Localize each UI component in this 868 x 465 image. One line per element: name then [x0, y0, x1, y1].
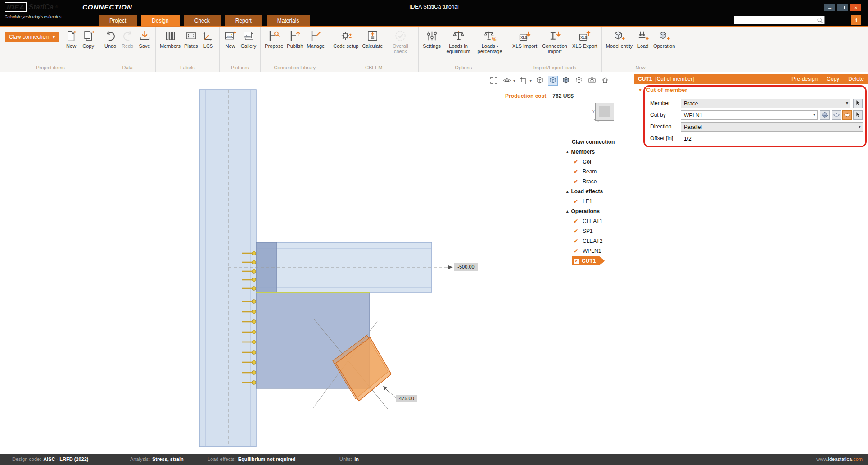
check-icon[interactable]: ✔	[574, 218, 579, 224]
tree-item-cut1-selected[interactable]: ✔ CUT1	[562, 256, 633, 266]
new-picture-button[interactable]: New	[222, 28, 239, 49]
model-canvas[interactable]: -500.00 475.00 ▾ ▾ Production cost-762 U…	[0, 73, 633, 454]
bolt[interactable]	[252, 310, 256, 314]
maximize-button[interactable]	[837, 4, 848, 11]
offset-input[interactable]	[681, 134, 863, 143]
tab-project[interactable]: Project	[99, 15, 137, 26]
bolt[interactable]	[252, 278, 256, 282]
operation-button[interactable]: Operation	[652, 28, 676, 49]
xls-import-button[interactable]: XLS XLS Import	[511, 28, 538, 49]
bolt[interactable]	[252, 371, 256, 374]
transparent-view-button[interactable]	[574, 76, 584, 86]
tree-item-cleat1[interactable]: ✔CLEAT1	[562, 216, 633, 226]
direction-dropdown[interactable]: Parallel ▾	[681, 122, 863, 132]
bolt[interactable]	[252, 360, 256, 364]
loads-in-equilibrium-button[interactable]: Loads in equilibrium	[443, 28, 474, 55]
copy-operation-button[interactable]: Copy	[827, 76, 839, 82]
tree-group-members[interactable]: ▴Members	[562, 147, 633, 157]
code-setup-button[interactable]: Code setup	[332, 28, 360, 49]
check-icon[interactable]: ✔	[574, 159, 579, 165]
tree-item-sp1[interactable]: ✔SP1	[562, 226, 633, 236]
bolt[interactable]	[252, 381, 256, 384]
bolt[interactable]	[252, 330, 256, 334]
solid-view-button[interactable]	[561, 76, 571, 86]
selected-operation-banner[interactable]: ✔ CUT1	[572, 256, 605, 265]
collapse-triangle-icon[interactable]: ▴	[566, 150, 569, 154]
xls-export-button[interactable]: XLS XLS Export	[571, 28, 599, 49]
check-icon[interactable]: ✔	[574, 248, 579, 254]
tree-item-col[interactable]: ✔Col	[562, 157, 633, 167]
checkbox-checked[interactable]: ✔	[574, 259, 579, 264]
collapse-triangle-icon[interactable]: ▼	[638, 87, 642, 92]
info-button[interactable]: i	[851, 15, 861, 25]
tree-item-brace[interactable]: ✔Brace	[562, 177, 633, 187]
connection-import-button[interactable]: Connection Import	[539, 28, 570, 55]
bolt[interactable]	[252, 251, 256, 255]
search-input[interactable]	[734, 17, 816, 23]
home-view-button[interactable]	[600, 76, 610, 86]
bolt[interactable]	[252, 269, 256, 273]
collapse-triangle-icon[interactable]: ▴	[566, 189, 569, 194]
new-project-item-button[interactable]: New	[63, 28, 79, 49]
plates-labels-button[interactable]: Plates	[183, 28, 199, 49]
column-member[interactable]	[199, 90, 256, 447]
tab-check[interactable]: Check	[184, 15, 221, 26]
bolt[interactable]	[252, 340, 256, 344]
model-3d-view[interactable]: -500.00 475.00	[0, 73, 633, 454]
tab-report[interactable]: Report	[225, 15, 262, 26]
section-title[interactable]: ▼ Cut of member	[638, 87, 687, 93]
save-button[interactable]: Save	[136, 28, 153, 49]
check-icon[interactable]: ✔	[574, 178, 579, 185]
propose-button[interactable]: Propose	[263, 28, 285, 49]
check-icon[interactable]: ✔	[574, 169, 579, 175]
pre-design-button[interactable]: Pre-design	[791, 76, 818, 82]
publish-button[interactable]: Publish	[285, 28, 304, 49]
bolt[interactable]	[252, 300, 256, 303]
orbit-button[interactable]	[502, 76, 512, 86]
model-entity-button[interactable]: Model entity	[605, 28, 634, 49]
member-dropdown[interactable]: Brace ▾	[681, 99, 850, 108]
close-button[interactable]: ×	[850, 4, 861, 11]
undo-button[interactable]: Undo	[102, 28, 118, 49]
tree-item-wpln1[interactable]: ✔WPLN1	[562, 246, 633, 256]
delete-operation-button[interactable]: Delete	[848, 76, 864, 82]
calculate-button[interactable]: Calculate	[361, 28, 384, 49]
loads-percentage-button[interactable]: % Loads - percentage	[475, 28, 505, 55]
gallery-button[interactable]: Gallery	[240, 28, 258, 49]
chevron-down-icon[interactable]: ▾	[530, 78, 532, 83]
tree-item-cleat2[interactable]: ✔CLEAT2	[562, 236, 633, 246]
bolt[interactable]	[252, 260, 256, 264]
claw-connection-dropdown[interactable]: Claw connection ▾	[5, 32, 59, 42]
bolt[interactable]	[252, 320, 256, 324]
settings-button[interactable]: Settings	[421, 28, 442, 49]
plate-new-button-active[interactable]	[842, 110, 852, 120]
website-link[interactable]: www.ideastatica.com	[816, 456, 863, 462]
tree-item-beam[interactable]: ✔Beam	[562, 167, 633, 177]
plate-edit-button[interactable]	[832, 110, 841, 120]
fit-view-button[interactable]	[489, 76, 499, 86]
tab-materials[interactable]: Materials	[267, 15, 310, 26]
bolt[interactable]	[252, 351, 256, 354]
shaded-view-button[interactable]	[548, 76, 558, 86]
check-icon[interactable]: ✔	[574, 198, 579, 205]
load-button[interactable]: Load	[635, 28, 651, 49]
check-icon[interactable]: ✔	[574, 228, 579, 234]
tree-group-load-effects[interactable]: ▴Load effects	[562, 187, 633, 196]
bolt[interactable]	[252, 287, 256, 290]
member-pick-button[interactable]	[853, 99, 863, 108]
tree-item-le1[interactable]: ✔LE1	[562, 196, 633, 206]
copy-project-item-button[interactable]: Copy	[80, 28, 96, 49]
cut-by-pick-button[interactable]	[853, 110, 863, 120]
chevron-down-icon[interactable]: ▾	[513, 78, 515, 83]
tab-design[interactable]: Design	[141, 15, 179, 26]
screenshot-button[interactable]	[587, 76, 597, 86]
lcs-button[interactable]: LCS	[200, 28, 217, 49]
collapse-triangle-icon[interactable]: ▴	[566, 209, 569, 214]
check-icon[interactable]: ✔	[574, 238, 579, 244]
wireframe-view-button[interactable]	[535, 76, 545, 86]
manage-button[interactable]: Manage	[305, 28, 326, 49]
plate-list-button[interactable]	[820, 110, 830, 120]
tree-group-operations[interactable]: ▴Operations	[562, 206, 633, 216]
section-button[interactable]	[519, 76, 529, 86]
view-cube[interactable]: Y	[592, 103, 615, 123]
